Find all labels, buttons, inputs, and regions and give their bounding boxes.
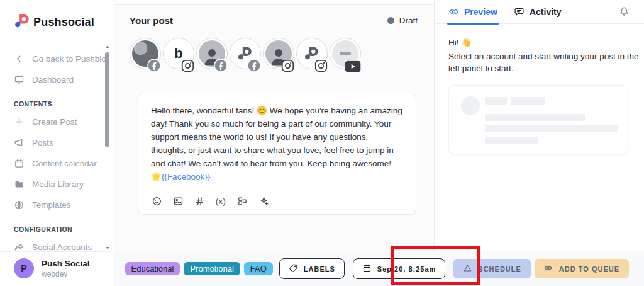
brand-name: Pushsocial — [33, 16, 94, 29]
facebook-badge-icon — [214, 59, 228, 72]
account-avatar-2-instagram[interactable]: b — [163, 38, 196, 73]
facebook-badge-icon — [247, 59, 261, 72]
sidebar: Pushsocial Go back to Pushbio Dashboard … — [0, 0, 113, 286]
folder-icon — [14, 179, 25, 190]
scrollbar-thumb[interactable] — [105, 52, 109, 147]
skeleton-bar — [511, 97, 545, 105]
skeleton-bar — [485, 97, 507, 105]
emoji-icon[interactable] — [151, 196, 162, 207]
sidebar-item-posts[interactable]: Posts — [0, 132, 113, 153]
label-pill-faq[interactable]: FAQ — [244, 262, 273, 275]
app-window: Pushsocial Go back to Pushbio Dashboard … — [0, 0, 644, 286]
section-header-configuration: CONFIGURATION — [0, 215, 113, 237]
preview-tabbar: Preview Activity — [435, 0, 644, 24]
account-avatar-6-instagram[interactable] — [296, 38, 329, 73]
account-avatar-7-youtube[interactable] — [330, 38, 362, 73]
skeleton-bar — [485, 137, 538, 144]
section-header-contents: CONTENTS — [0, 90, 113, 112]
sparkles-icon[interactable] — [258, 196, 269, 207]
greeting-text: Hi! 👋 — [448, 37, 644, 49]
account-avatar-4-facebook[interactable] — [230, 38, 262, 73]
preview-skeleton-card — [448, 85, 628, 154]
account-avatar-5-instagram[interactable] — [263, 38, 296, 73]
brand-logo[interactable]: Pushsocial — [0, 0, 113, 32]
send-triangle-icon — [463, 263, 472, 274]
add-to-queue-button[interactable]: ADD TO QUEUE — [535, 259, 629, 278]
user-name: Push Social — [42, 259, 90, 268]
schedule-button[interactable]: SCHEDULE — [453, 259, 531, 278]
skeleton-bar — [485, 114, 585, 121]
sidebar-item-dashboard[interactable]: Dashboard — [0, 69, 113, 90]
scroll-down-icon[interactable]: ▼ — [104, 246, 111, 251]
schedule-datetime-button[interactable]: Sep 20, 8:25am — [353, 258, 446, 279]
scroll-up-icon[interactable]: ▲ — [104, 44, 111, 49]
fast-forward-icon — [544, 263, 553, 274]
instagram-badge-icon — [314, 59, 328, 72]
globe-icon — [14, 200, 25, 210]
tab-activity[interactable]: Activity — [514, 0, 562, 24]
status-badge: Draft — [387, 16, 418, 25]
sidebar-item-media-library[interactable]: Media Library — [0, 174, 113, 195]
youtube-badge-icon — [345, 60, 361, 72]
account-selector-row: b — [130, 38, 362, 73]
composer-panel: Your post Draft b Hello there, wonderful… — [114, 0, 434, 251]
editor-toolbar: (x) — [151, 188, 403, 214]
facebook-badge-icon — [147, 59, 161, 72]
account-avatar-3-facebook[interactable] — [196, 38, 229, 73]
tag-icon — [289, 263, 298, 274]
bell-icon[interactable] — [618, 6, 630, 18]
chat-icon — [514, 6, 525, 17]
label-pill-educational[interactable]: Educational — [125, 262, 180, 275]
instruction-text: Select an account and start writing your… — [448, 50, 644, 75]
user-subtitle: webdev — [42, 270, 90, 278]
monitor-icon — [14, 74, 25, 85]
draft-dot-icon — [387, 17, 394, 24]
calendar-icon — [362, 263, 372, 274]
sidebar-item-create-post[interactable]: Create Post — [0, 112, 113, 132]
post-editor[interactable]: Hello there, wonderful fans! 😊 We hope y… — [138, 93, 416, 215]
sidebar-scrollbar[interactable]: ▲ ▼ — [104, 44, 111, 251]
composer-top-divider — [114, 0, 434, 5]
megaphone-icon — [14, 137, 25, 148]
action-bar: EducationalPromotionalFAQ LABELS Sep 20,… — [113, 251, 644, 286]
hashtag-icon[interactable] — [194, 196, 205, 207]
post-text[interactable]: Hello there, wonderful fans! 😊 We hope y… — [151, 104, 403, 183]
instagram-badge-icon — [181, 59, 194, 72]
label-pills: EducationalPromotionalFAQ — [125, 262, 273, 275]
skeleton-avatar — [461, 96, 480, 115]
avatar: P — [14, 258, 34, 278]
tab-preview[interactable]: Preview — [448, 0, 497, 24]
page-title: Your post — [130, 15, 173, 26]
chevron-left-icon — [14, 54, 25, 64]
preview-panel: Preview Activity Hi! 👋 Select an account… — [434, 0, 644, 251]
user-profile[interactable]: P Push Social webdev — [0, 251, 113, 286]
eye-icon — [448, 6, 459, 17]
skeleton-bar — [485, 125, 618, 132]
pushsocial-logo-icon — [14, 13, 31, 32]
label-pill-promotional[interactable]: Promotional — [184, 262, 240, 275]
image-icon[interactable] — [172, 196, 184, 207]
variable-icon[interactable]: (x) — [215, 196, 226, 207]
post-variable-token[interactable]: {{Facebook}} — [162, 172, 210, 181]
account-avatar-1-facebook[interactable] — [130, 38, 162, 73]
empty-state-message: Hi! 👋 Select an account and start writin… — [448, 37, 644, 75]
sidebar-item-content-calendar[interactable]: Content calendar — [0, 153, 113, 174]
labels-button[interactable]: LABELS — [279, 258, 345, 279]
blocks-icon[interactable] — [236, 196, 248, 207]
calendar-icon — [14, 158, 25, 169]
plus-icon — [14, 117, 25, 127]
instagram-badge-icon — [281, 59, 294, 72]
sidebar-item-go-back-to-pushbio[interactable]: Go back to Pushbio — [0, 49, 113, 69]
sidebar-item-templates[interactable]: Templates — [0, 195, 113, 215]
